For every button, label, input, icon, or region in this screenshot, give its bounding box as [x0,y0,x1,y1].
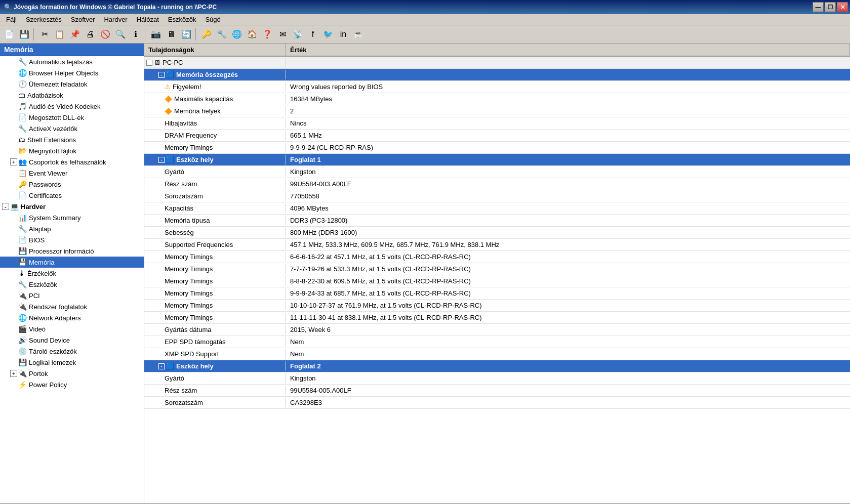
table-row[interactable]: Rész szám 99U5584-003.A00LF [144,178,850,190]
table-row[interactable]: EPP SPD támogatás Nem [144,336,850,348]
tree-item[interactable]: 📋Event Viewer [0,167,144,179]
table-row[interactable]: Memory Timings 9-9-9-24-33 at 685.7 MHz,… [144,287,850,300]
table-row[interactable]: - 🖥 PC-PC [144,57,850,69]
tree-item[interactable]: 🔧ActiveX vezérlők [0,123,144,134]
toolbar-info[interactable]: ℹ [129,27,143,41]
toolbar-new[interactable]: 📄 [2,27,16,41]
row-expander[interactable]: - [158,72,165,78]
tree-item[interactable]: 🎵Audió és Videó Kodekek [0,101,144,112]
toolbar-coffee[interactable]: ☕ [351,27,366,41]
tree-item[interactable]: 🎬Videó [0,323,144,334]
expander-icon[interactable]: + [10,370,17,377]
toolbar-mail[interactable]: ✉ [275,27,290,41]
tree-item[interactable]: 📊System Summary [0,212,144,223]
toolbar-help[interactable]: ❓ [260,27,274,41]
toolbar-save[interactable]: 💾 [17,27,31,41]
tree-item[interactable]: 🔧Eszközök [0,279,144,290]
table-row[interactable]: Memory Timings 7-7-7-19-26 at 533.3 MHz,… [144,263,850,275]
toolbar-cut[interactable]: ✂ [37,27,52,41]
minimize-button[interactable]: — [813,2,824,12]
table-row[interactable]: Memory Timings 10-10-10-27-37 at 761.9 M… [144,300,850,312]
menu-sugo[interactable]: Súgó [201,15,224,24]
row-expander[interactable]: - [158,363,165,369]
tree-item[interactable]: 🕐Ütemezett feladatok [0,78,144,90]
table-row[interactable]: Gyártás dátuma 2015, Week 6 [144,324,850,336]
table-row[interactable]: Kapacitás 4096 MBytes [144,202,850,215]
tree-item[interactable]: 🌡Érzékelők [0,268,144,279]
table-scroll[interactable]: - 🖥 PC-PC - 🟦 Memória összegzés ⚠ Figyel… [144,57,850,503]
table-row[interactable]: Sorozatszám 77050558 [144,190,850,202]
toolbar-photo[interactable]: 📷 [149,27,163,41]
close-button[interactable]: ✕ [837,2,848,12]
toolbar-home[interactable]: 🏠 [245,27,259,41]
tree-item[interactable]: 🗂Shell Extensions [0,134,144,145]
tree-item[interactable]: +👥Csoportok és felhasználók [0,156,144,167]
toolbar-globe[interactable]: 🌐 [230,27,244,41]
menu-eszkozok[interactable]: Eszközök [164,15,200,24]
row-expander[interactable]: - [158,157,165,163]
tree-item[interactable]: 🌐Browser Helper Objects [0,67,144,78]
toolbar-paste[interactable]: 📌 [68,27,82,41]
toolbar-print[interactable]: 🖨 [83,27,97,41]
row-expander[interactable]: - [146,60,152,66]
table-row[interactable]: Memory Timings 6-6-6-16-22 at 457.1 MHz,… [144,251,850,263]
table-row[interactable]: Gyártó Kingston [144,372,850,385]
tree-item[interactable]: 💾Memória [0,257,144,268]
tree-item[interactable]: 🔌Rendszer foglalatok [0,301,144,312]
tree-item[interactable]: +🔌Portok [0,368,144,379]
tree-item[interactable]: 📄Megosztott DLL-ek [0,112,144,123]
toolbar-key[interactable]: 🔑 [199,27,214,41]
toolbar-copy[interactable]: 📋 [53,27,67,41]
left-panel-scroll[interactable]: 🔧Automatikus lejátszás🌐Browser Helper Ob… [0,56,144,503]
table-row[interactable]: Memory Timings 11-11-11-30-41 at 838.1 M… [144,312,850,324]
tree-item[interactable]: 🌐Network Adapters [0,312,144,323]
tree-item[interactable]: ⚡Power Policy [0,379,144,390]
table-row[interactable]: XMP SPD Support Nem [144,348,850,360]
table-row[interactable]: ⚠ Figyelem! Wrong values reported by BIO… [144,81,850,93]
expander-icon[interactable]: + [10,158,17,165]
tree-item[interactable]: 📄BIOS [0,234,144,245]
toolbar-facebook[interactable]: f [306,27,320,41]
table-row[interactable]: Gyártó Kingston [144,166,850,178]
tree-item[interactable]: 📄Certificates [0,190,144,201]
toolbar-twitter[interactable]: 🐦 [321,27,335,41]
tree-item[interactable]: 🔧Automatikus lejátszás [0,56,144,67]
maximize-button[interactable]: ❐ [825,2,836,12]
table-row[interactable]: Memory Timings 9-9-9-24 (CL-RCD-RP-RAS) [144,142,850,154]
toolbar-search[interactable]: 🔍 [113,27,128,41]
toolbar-linkedin[interactable]: in [336,27,350,41]
toolbar-rss[interactable]: 📡 [291,27,305,41]
toolbar-monitor[interactable]: 🖥 [164,27,178,41]
menu-szerkesztes[interactable]: Szerkesztés [22,15,66,24]
table-row[interactable]: Sorozatszám CA3298E3 [144,397,850,409]
table-row[interactable]: - 🟦 Memória összegzés [144,69,850,81]
menu-hardver[interactable]: Hardver [100,15,131,24]
menu-halozat[interactable]: Hálózat [133,15,163,24]
table-row[interactable]: DRAM Frequency 665.1 MHz [144,130,850,142]
table-row[interactable]: Memória típusa DDR3 (PC3-12800) [144,215,850,227]
tree-item[interactable]: 💾Processzor információ [0,245,144,257]
table-row[interactable]: Sebesség 800 MHz (DDR3 1600) [144,227,850,239]
table-row[interactable]: 🔶 Memória helyek 2 [144,105,850,117]
table-row[interactable]: - 🟦 Eszköz hely Foglalat 1 [144,154,850,166]
table-row[interactable]: - 🟦 Eszköz hely Foglalat 2 [144,360,850,372]
tree-item[interactable]: 💿Tároló eszközök [0,346,144,357]
table-row[interactable]: Memory Timings 8-8-8-22-30 at 609.5 MHz,… [144,275,850,287]
toolbar-tools[interactable]: 🔧 [215,27,229,41]
table-row[interactable]: Hibajavítás Nincs [144,117,850,130]
tree-item[interactable]: -💻Hardver [0,201,144,212]
tree-item[interactable]: 🔌PCI [0,290,144,301]
tree-item[interactable]: 🔊Sound Device [0,334,144,346]
menu-fajl[interactable]: Fájl [2,15,21,24]
tree-item[interactable]: 💾Logikai lemezek [0,357,144,368]
table-row[interactable]: Rész szám 99U5584-005.A00LF [144,385,850,397]
tree-item[interactable]: 🔧Alaplap [0,223,144,234]
table-row[interactable]: Supported Frequencies 457.1 MHz, 533.3 M… [144,239,850,251]
tree-item[interactable]: 📂Megnyitott fájlok [0,145,144,156]
tree-item[interactable]: 🔑Passwords [0,179,144,190]
toolbar-delete[interactable]: 🚫 [98,27,112,41]
tree-item[interactable]: 🗃Adatbázisok [0,90,144,101]
toolbar-refresh[interactable]: 🔄 [179,27,193,41]
table-row[interactable]: 🔶 Maximális kapacitás 16384 MBytes [144,93,850,105]
expander-icon[interactable]: - [2,203,9,210]
